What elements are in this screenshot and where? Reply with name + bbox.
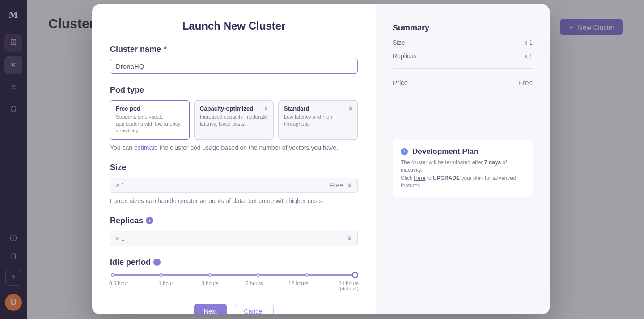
size-value: × 1 <box>116 182 125 189</box>
estimate-link[interactable]: estimate <box>134 144 158 151</box>
info-icon: ! <box>401 148 408 155</box>
slider-label: 3 hours <box>198 281 223 291</box>
summary-row-size: Size x 1 <box>393 39 533 46</box>
slider-handle[interactable] <box>352 272 358 278</box>
next-button[interactable]: Next <box>194 304 227 314</box>
launch-cluster-modal: Launch New Cluster Cluster name * Pod ty… <box>92 4 550 314</box>
plan-title: Development Plan <box>412 147 478 156</box>
plan-card: ! Development Plan The cluster will be t… <box>393 140 533 197</box>
summary-row-label: Size <box>393 39 405 46</box>
plan-text: to <box>425 175 433 181</box>
size-badge: Free <box>330 182 343 189</box>
summary-row-value: x 1 <box>524 39 533 46</box>
upgrade-link[interactable]: Here <box>414 175 425 181</box>
plan-text: Click <box>401 175 414 181</box>
summary-divider <box>393 68 533 69</box>
summary-title: Summary <box>393 23 533 33</box>
cluster-name-input[interactable] <box>110 59 358 74</box>
idle-label: Idle period i <box>110 258 358 267</box>
size-input-locked: × 1 Free <box>110 178 358 193</box>
idle-period-slider[interactable]: 0.5 hour 1 hour 3 hours 6 hours 12 hours… <box>110 274 358 291</box>
cancel-button[interactable]: Cancel <box>234 304 274 314</box>
slider-label: 0.5 hour <box>109 281 134 291</box>
plan-text: The cluster will be terminated after <box>401 159 484 166</box>
pod-option-title: Free pod <box>116 105 184 112</box>
cluster-name-label: Cluster name * <box>110 45 358 54</box>
lock-icon <box>347 235 352 242</box>
pod-option-title: Standard <box>284 105 352 112</box>
slider-label-text: 24 hours <box>339 281 359 286</box>
size-label: Size <box>110 163 358 172</box>
slider-label: 12 hours <box>286 281 311 291</box>
replicas-label-text: Replicas <box>110 216 143 225</box>
summary-row-replicas: Replicas x 1 <box>393 52 533 60</box>
plan-text-bold: 7 days <box>484 159 501 166</box>
slider-label: 6 hours <box>242 281 267 291</box>
pod-type-label: Pod type <box>110 85 358 95</box>
pod-type-hint: You can estimate the cluster pod usage b… <box>110 144 358 151</box>
pod-option-standard[interactable]: Standard Low latency and high throughput… <box>278 100 358 140</box>
pod-option-desc: Low latency and high throughput. <box>284 114 352 128</box>
required-asterisk: * <box>164 45 167 54</box>
info-icon[interactable]: i <box>153 259 161 266</box>
plan-text-bold: UPGRADE <box>433 175 460 181</box>
cluster-name-label-text: Cluster name <box>110 45 161 54</box>
pod-option-title: Capacity-optimized <box>200 105 268 112</box>
slider-default-suffix: (default) <box>330 286 359 291</box>
modal-form-panel: Launch New Cluster Cluster name * Pod ty… <box>92 4 376 314</box>
summary-row-label: Replicas <box>393 52 417 60</box>
price-label: Price <box>393 79 408 86</box>
lock-icon <box>347 182 352 189</box>
hint-text: You can <box>110 144 134 151</box>
size-hint: Larger sizes can handle greater amounts … <box>110 197 358 204</box>
slider-label: 24 hours (default) <box>330 281 359 291</box>
summary-row-value: x 1 <box>524 52 533 60</box>
pod-option-desc: Increased capacity, moderate latency, lo… <box>200 114 268 128</box>
pod-option-capacity[interactable]: Capacity-optimized Increased capacity, m… <box>194 100 274 140</box>
modal-title: Launch New Cluster <box>110 20 358 32</box>
idle-label-text: Idle period <box>110 258 151 267</box>
summary-price-row: Price Free <box>393 79 533 86</box>
lock-icon <box>263 104 269 112</box>
replicas-input-locked: × 1 <box>110 231 358 246</box>
slider-tick-labels: 0.5 hour 1 hour 3 hours 6 hours 12 hours… <box>113 281 355 291</box>
slider-label: 1 hour <box>153 281 178 291</box>
lock-icon <box>347 104 353 112</box>
pod-type-options: Free pod Supports small-scale applicatio… <box>110 100 358 140</box>
hint-text: the cluster pod usage based on the numbe… <box>158 144 338 151</box>
pod-option-desc: Supports small-scale applications with l… <box>116 114 184 135</box>
replicas-value: × 1 <box>116 235 125 242</box>
plan-body: The cluster will be terminated after 7 d… <box>401 159 525 190</box>
modal-summary-panel: Summary Size x 1 Replicas x 1 Price Free… <box>376 4 550 314</box>
modal-button-row: Next Cancel <box>110 304 358 314</box>
pod-option-free[interactable]: Free pod Supports small-scale applicatio… <box>110 100 190 140</box>
price-value: Free <box>519 79 533 86</box>
info-icon[interactable]: i <box>146 217 153 224</box>
replicas-label: Replicas i <box>110 216 358 225</box>
